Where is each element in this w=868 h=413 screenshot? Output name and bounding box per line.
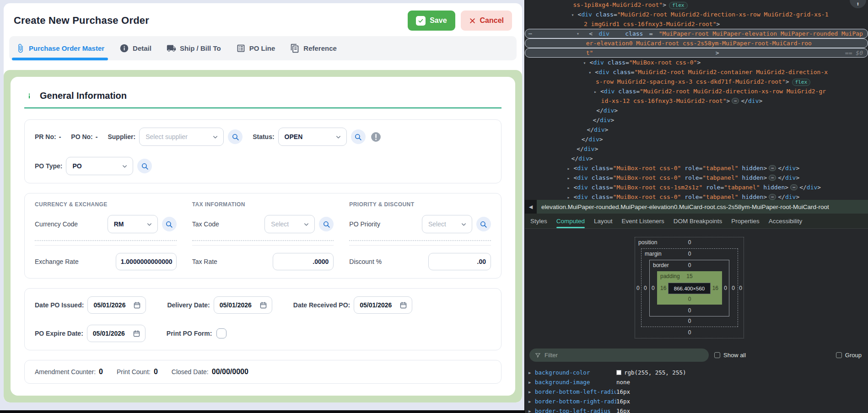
expand-arrow-closed-icon[interactable]: ▸ <box>567 164 574 173</box>
devtools-tab-dom-breakpoints[interactable]: DOM Breakpoints <box>674 214 722 228</box>
devtools-element-line[interactable]: ▾<div class="MuiPaper-root MuiPaper-elev… <box>525 29 868 38</box>
supplier-search-button[interactable] <box>228 129 243 144</box>
devtools-tab-accessibility[interactable]: Accessibility <box>769 214 803 228</box>
devtools-element-line[interactable]: ▾<div class="MuiGrid2-root MuiGrid2-dire… <box>525 10 868 19</box>
discount-input[interactable]: .00 <box>428 253 491 270</box>
devtools-tab-properties[interactable]: Properties <box>731 214 760 228</box>
devtools-element-line[interactable]: </div> <box>525 115 868 125</box>
expand-arrow-open-icon[interactable]: ▾ <box>583 58 590 68</box>
breadcrumb[interactable]: elevation.MuiPaper-rounded.MuiPaper-elev… <box>537 204 829 210</box>
tab-ship-bill-to[interactable]: Ship / Bill To <box>167 36 221 60</box>
devtools-element-line[interactable]: id-xs-12 css-16fnxy3-MuiGrid2-root">⋯</d… <box>525 96 868 106</box>
expand-arrow-closed-icon[interactable]: ▸ <box>594 87 600 97</box>
status-warning-icon <box>370 131 382 143</box>
group-checkbox[interactable] <box>836 352 842 358</box>
print-po-form-checkbox[interactable] <box>216 328 226 338</box>
date-received-po-input[interactable]: 05/01/2026 <box>354 296 412 314</box>
po-priority-select[interactable]: Select <box>422 215 472 233</box>
devtools-tab-layout[interactable]: Layout <box>594 214 613 228</box>
expand-arrow-open-icon[interactable]: ▾ <box>577 29 583 38</box>
devtools-tab-computed[interactable]: Computed <box>556 214 585 228</box>
delivery-date-input[interactable]: 05/01/2026 <box>214 296 272 314</box>
computed-property-row[interactable]: ▶border-bottom-right-radius16px <box>525 397 868 406</box>
devtools-element-line[interactable]: t"> == $0 <box>525 48 868 58</box>
devtools-element-line[interactable]: ▸<div class="MuiGrid2-root MuiGrid2-dire… <box>525 86 868 96</box>
devtools-element-line[interactable]: s-row MuiGrid2-spacing-xs-3 css-dkd71f-M… <box>525 77 868 86</box>
tax-code-select[interactable]: Select <box>264 215 315 233</box>
expand-inline-button[interactable]: ⋯ <box>769 194 776 200</box>
devtools-tab-styles[interactable]: Styles <box>530 214 547 228</box>
tab-purchase-order-master[interactable]: Purchase Order Master <box>16 36 104 60</box>
devtools-element-line[interactable]: </div> <box>525 134 868 144</box>
devtools-element-line[interactable]: </div> <box>525 106 868 115</box>
expand-arrow-closed-icon[interactable]: ▸ <box>567 173 574 183</box>
flex-badge[interactable]: flex <box>669 2 688 9</box>
computed-property-row[interactable]: ▶background-imagenone <box>525 377 868 387</box>
funnel-icon <box>535 352 541 358</box>
po-type-select[interactable]: PO <box>66 157 133 175</box>
expand-arrow-closed-icon[interactable]: ▶ <box>528 399 535 404</box>
computed-property-row[interactable]: ▶border-bottom-left-radius16px <box>525 387 868 397</box>
breadcrumb-scroll-left-icon[interactable]: ◀ <box>525 200 537 214</box>
tax-rate-input[interactable]: .0000 <box>273 253 334 270</box>
devtools-element-line[interactable]: ▸<div class="MuiBox-root css-1sm2s1z" ro… <box>525 182 868 192</box>
property-value: 16px <box>616 398 630 405</box>
date-po-issued-input[interactable]: 05/01/2026 <box>87 296 146 314</box>
po-priority-search-button[interactable] <box>476 217 491 231</box>
expand-arrow-closed-icon[interactable]: ▸ <box>567 183 574 193</box>
tab-po-line[interactable]: PO Line <box>236 36 275 60</box>
cancel-button[interactable]: Cancel <box>461 11 512 31</box>
expand-arrow-open-icon[interactable]: ▾ <box>571 10 578 20</box>
expand-inline-button[interactable]: ⋯ <box>769 165 776 171</box>
devtools-element-line[interactable]: 2 imgGird1 css-16fnxy3-MuiGrid2-root"> <box>525 19 868 29</box>
currency-search-button[interactable] <box>162 217 177 231</box>
expand-arrow-closed-icon[interactable]: ▶ <box>528 380 535 385</box>
expand-arrow-closed-icon[interactable]: ▶ <box>528 409 535 413</box>
tab-label: Detail <box>133 44 151 52</box>
save-button[interactable]: Save <box>408 11 455 31</box>
tab-detail[interactable]: Detail <box>119 36 151 60</box>
expand-arrow-closed-icon[interactable]: ▸ <box>567 193 574 200</box>
devtools-element-line[interactable]: </div> <box>525 144 868 154</box>
po-expire-date-input[interactable]: 05/01/2026 <box>87 325 146 342</box>
status-select[interactable]: OPEN <box>278 128 347 146</box>
page-title: Create New Purchase Order <box>14 15 149 27</box>
expand-arrow-open-icon[interactable]: ▾ <box>588 68 595 77</box>
computed-property-row[interactable]: ▶background-colorrgb(255, 255, 255) <box>525 368 868 377</box>
expand-arrow-closed-icon[interactable]: ▶ <box>528 390 535 394</box>
currency-code-select[interactable]: RM <box>108 215 158 233</box>
chevron-down-icon <box>212 134 219 140</box>
devtools-tab-event-listeners[interactable]: Event Listeners <box>622 214 664 228</box>
exchange-rate-input[interactable]: 1.0000000000000 <box>116 253 177 270</box>
devtools-element-line[interactable]: ▾<div class="MuiGrid2-root MuiGrid2-cont… <box>525 67 868 77</box>
filter-input[interactable]: Filter <box>529 349 709 362</box>
expand-inline-button[interactable]: ⋯ <box>769 175 776 181</box>
devtools-element-line[interactable]: </div> <box>525 154 868 163</box>
devtools-element-line[interactable]: ▸<div class="MuiBox-root css-0" role="ta… <box>525 163 868 173</box>
tab-reference[interactable]: Reference <box>290 36 337 60</box>
devtools-element-line[interactable]: ss-1pi8xg4-MuiGrid2-root">flex <box>525 0 868 10</box>
devtools-element-line[interactable]: er-elevation0 MuiCard-root css-2s58ym-Mu… <box>525 38 868 48</box>
amendment-counter-label: Amendment Counter: <box>35 368 96 375</box>
tax-code-search-button[interactable] <box>319 217 334 231</box>
computed-filter-row: Filter Show all Group <box>525 349 868 362</box>
status-search-button[interactable] <box>351 129 366 144</box>
po-type-search-button[interactable] <box>137 159 152 173</box>
devtools-element-line[interactable]: ▸<div class="MuiBox-root css-0" role="ta… <box>525 173 868 182</box>
filter-placeholder: Filter <box>545 352 558 359</box>
supplier-select[interactable]: Select supplier <box>139 128 224 146</box>
box-model-content-box[interactable]: 866.400×560 <box>668 283 711 294</box>
devtools-element-line[interactable]: </div> <box>525 125 868 134</box>
show-all-checkbox[interactable] <box>714 352 720 358</box>
devtools-element-line[interactable]: ▸<div class="MuiBox-root css-0" role="ta… <box>525 192 868 200</box>
flex-badge[interactable]: flex <box>792 79 811 86</box>
pr-no-value: - <box>59 133 61 140</box>
expand-inline-button[interactable]: ⋯ <box>790 184 798 190</box>
date-value: 05/01/2026 <box>360 301 392 309</box>
computed-property-row[interactable]: ▶border-top-left-radius16px <box>525 406 868 413</box>
devtools-element-line[interactable]: ▾<div class="MuiBox-root css-0"> <box>525 58 868 67</box>
copy-doc-icon <box>290 43 300 53</box>
expand-inline-button[interactable]: ⋯ <box>732 98 739 104</box>
selected-node-gutter-marker[interactable]: ⋯ <box>528 30 533 37</box>
expand-arrow-closed-icon[interactable]: ▶ <box>528 370 535 375</box>
